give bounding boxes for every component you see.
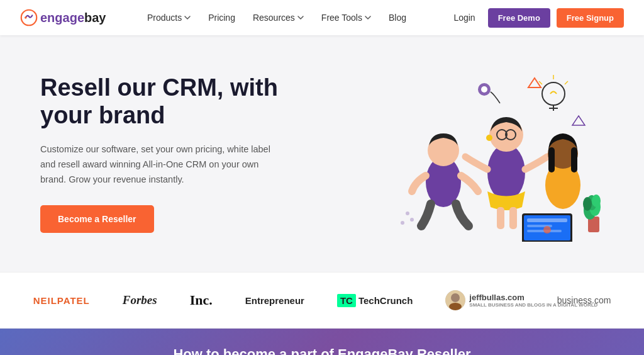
logo-neilpatel: NEILPATEL — [33, 295, 90, 306]
logo-icon — [20, 9, 38, 26]
bottom-banner-text: How to become a part of EngageBay Resell… — [20, 346, 624, 355]
svg-line-8 — [565, 81, 568, 84]
svg-point-32 — [543, 226, 551, 234]
jeff-avatar — [445, 290, 465, 310]
login-button[interactable]: Login — [447, 9, 481, 26]
logos-strip: NEILPATEL Forbes Inc. Entrepreneur TC Te… — [0, 272, 644, 329]
hero-content: Resell our CRM, with your brand Customiz… — [40, 74, 304, 232]
svg-point-39 — [401, 221, 404, 225]
hero-title: Resell our CRM, with your brand — [40, 74, 304, 129]
svg-point-38 — [583, 197, 592, 211]
svg-point-0 — [21, 10, 37, 26]
logo[interactable]: engagebay — [20, 9, 106, 26]
navbar: engagebay Products Pricing Resources Fre… — [0, 0, 644, 35]
hero-description: Customize our software, set your own pri… — [40, 142, 273, 188]
svg-point-41 — [406, 211, 409, 215]
logo-businesscom: business.com — [557, 295, 611, 305]
svg-point-43 — [451, 293, 460, 302]
svg-rect-20 — [497, 207, 504, 229]
svg-marker-2 — [528, 78, 541, 87]
svg-rect-25 — [571, 147, 577, 172]
hero-svg — [340, 65, 604, 242]
become-reseller-button[interactable]: Become a Reseller — [40, 205, 154, 233]
logo-jeffbullas: jeffbullas.com SMALL BUSINESS AND BLOGS … — [445, 290, 524, 310]
svg-point-40 — [410, 218, 414, 222]
logo-techcrunch: TC TechCrunch — [337, 294, 413, 307]
nav-products[interactable]: Products — [147, 13, 191, 23]
svg-rect-29 — [527, 218, 567, 222]
svg-point-19 — [486, 135, 492, 141]
svg-rect-24 — [548, 147, 555, 172]
nav-resources[interactable]: Resources — [253, 13, 304, 23]
svg-point-11 — [481, 86, 487, 93]
free-demo-button[interactable]: Free Demo — [488, 8, 550, 28]
logo-entrepreneur: Entrepreneur — [245, 295, 304, 306]
svg-point-1 — [25, 16, 27, 19]
svg-point-14 — [487, 144, 525, 201]
nav-pricing[interactable]: Pricing — [208, 13, 235, 23]
svg-point-37 — [592, 194, 601, 207]
logo-inc: Inc. — [190, 292, 213, 308]
logo-forbes: Forbes — [123, 293, 157, 307]
navbar-actions: Login Free Demo Free Signup — [447, 8, 624, 28]
bottom-banner: How to become a part of EngageBay Resell… — [0, 329, 644, 355]
chevron-down-icon — [184, 14, 191, 21]
chevron-down-icon — [365, 14, 371, 21]
svg-point-4 — [542, 82, 565, 105]
svg-point-44 — [449, 303, 462, 310]
hero-section: Resell our CRM, with your brand Customiz… — [0, 35, 644, 272]
svg-rect-21 — [509, 207, 517, 229]
nav-free-tools[interactable]: Free Tools — [321, 13, 371, 23]
svg-line-9 — [539, 81, 542, 84]
hero-illustration — [340, 65, 604, 242]
nav-links: Products Pricing Resources Free Tools Bl… — [147, 13, 406, 23]
free-signup-button[interactable]: Free Signup — [557, 8, 624, 28]
chevron-down-icon — [297, 14, 304, 21]
svg-marker-3 — [572, 116, 585, 125]
nav-blog[interactable]: Blog — [389, 13, 406, 23]
logo-text: engagebay — [40, 11, 106, 25]
